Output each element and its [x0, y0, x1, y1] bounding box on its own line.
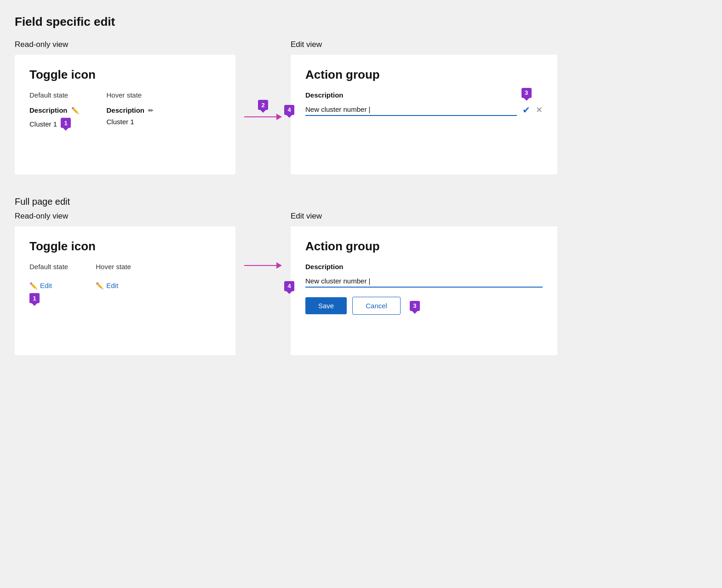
section1-edit-input[interactable]	[305, 104, 517, 116]
section1-default-field-row: Description ✏️	[29, 106, 79, 114]
pencil-blue-icon-1: ✏️	[29, 282, 37, 289]
section1-toggle-states: Default state Description ✏️ Cluster 1 1	[29, 91, 221, 128]
save-button[interactable]: Save	[305, 297, 347, 314]
section1-edit-desc-label: Description	[305, 91, 543, 99]
section2-edit-input[interactable]	[305, 275, 543, 288]
pencil-icon-default[interactable]: ✏️	[71, 107, 79, 114]
section2-title: Full page edit	[15, 196, 707, 207]
cancel-icon[interactable]: ✕	[536, 105, 543, 115]
section1-action-title: Action group	[305, 68, 543, 82]
full-page-edit-section: Full page edit Read-only view Toggle ico…	[15, 196, 707, 355]
section2-default-label: Default state	[29, 263, 68, 271]
section2-arrow-area	[235, 212, 291, 269]
badge1-fp-wrapper: 1	[29, 293, 40, 303]
section1-hover-value: Cluster 1	[107, 118, 134, 126]
section2-edit-link-1[interactable]: Edit	[40, 282, 52, 289]
section2-edit-panel: Action group Description 4 Save	[291, 226, 557, 355]
badge-4: 4	[284, 105, 294, 115]
section2-btn-row: Save Cancel 3	[305, 297, 543, 315]
badge4-fp-wrapper: 4	[284, 281, 294, 291]
badge1-wrapper: 1	[61, 118, 71, 128]
section2-hover-state: Hover state ✏️ Edit	[96, 263, 131, 303]
page-title: Field specific edit	[15, 15, 707, 29]
section2-edit-link-2[interactable]: Edit	[106, 282, 118, 289]
section2-views-row: Read-only view Toggle icon Default state…	[15, 212, 707, 355]
pencil-blue-icon-2: ✏️	[96, 282, 103, 289]
section1-toggle-title: Toggle icon	[29, 68, 221, 82]
pencil-icon-hover[interactable]: ✏	[148, 107, 154, 114]
section1-edit-field-row: 4 3 ✔ ✕	[305, 104, 543, 116]
section2-toggle-states: Default state ✏️ Edit 1	[29, 263, 221, 303]
section2-toggle-title: Toggle icon	[29, 239, 221, 254]
section2-hover-label: Hover state	[96, 263, 131, 271]
section2-readonly-label: Read-only view	[15, 212, 235, 221]
field-specific-edit-section: Field specific edit Read-only view Toggl…	[15, 15, 707, 174]
cancel-button[interactable]: Cancel	[352, 297, 401, 315]
section1-edit-col: Edit view Action group Description 4	[291, 40, 557, 174]
badge4-wrapper: 4	[284, 105, 294, 115]
section1-arrow	[244, 114, 282, 120]
section2-edit-col: Edit view Action group Description 4	[291, 212, 557, 355]
section2-readonly-panel: Toggle icon Default state ✏️ Edit	[15, 226, 235, 355]
section1-edit-panel: Action group Description 4	[291, 55, 557, 174]
section1-hover-desc-label: Description	[107, 106, 145, 114]
section1-default-value: Cluster 1	[29, 120, 57, 128]
section1-hover-state: Hover state Description ✏ Cluster 1	[107, 91, 154, 128]
section1-default-label: Default state	[29, 91, 79, 99]
section1-readonly-panel: Toggle icon Default state Description ✏️…	[15, 55, 235, 174]
section1-readonly-label: Read-only view	[15, 40, 235, 49]
badge-3: 3	[521, 88, 532, 98]
section1-hover-field-row: Description ✏	[107, 106, 154, 114]
section1-default-state: Default state Description ✏️ Cluster 1 1	[29, 91, 79, 128]
section2-action-title: Action group	[305, 239, 543, 254]
badge-fp-4: 4	[284, 281, 294, 291]
section1-hover-label: Hover state	[107, 91, 154, 99]
badge-2: 2	[258, 100, 268, 110]
section2-edit-desc-label: Description	[305, 263, 543, 271]
section2-default-state: Default state ✏️ Edit 1	[29, 263, 68, 303]
section2-edit-label: Edit view	[291, 212, 557, 221]
confirm-icon[interactable]: ✔	[522, 105, 530, 115]
badge-fp-3: 3	[410, 301, 420, 311]
section1-readonly-col: Read-only view Toggle icon Default state…	[15, 40, 235, 174]
section1-views-row: Read-only view Toggle icon Default state…	[15, 40, 707, 174]
badge-fp-1: 1	[29, 293, 40, 303]
section2-arrow	[244, 262, 282, 269]
section1-edit-label: Edit view	[291, 40, 557, 49]
badge-1: 1	[61, 118, 71, 128]
section1-arrow-area: 2	[235, 40, 291, 120]
section1-default-desc-label: Description	[29, 106, 68, 114]
section2-readonly-col: Read-only view Toggle icon Default state…	[15, 212, 235, 355]
